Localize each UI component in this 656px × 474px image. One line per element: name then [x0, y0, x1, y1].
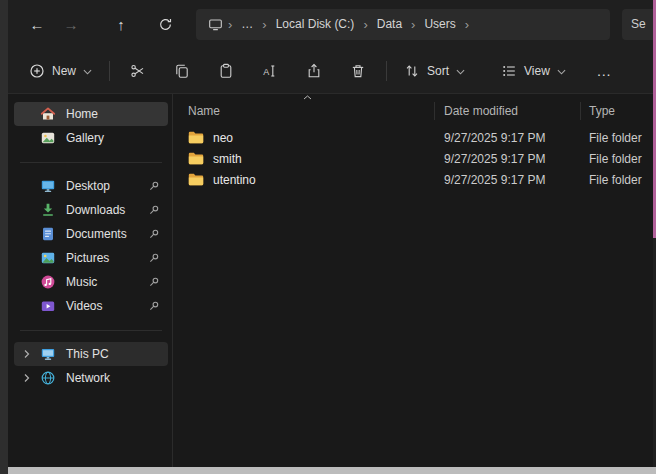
toolbar-separator: [109, 61, 110, 81]
breadcrumb-item-users[interactable]: Users: [417, 13, 462, 35]
search-input[interactable]: Se: [622, 9, 653, 40]
share-button[interactable]: [292, 54, 336, 87]
file-row[interactable]: neo 9/27/2025 9:17 PM File folder: [173, 127, 653, 148]
file-row[interactable]: smith 9/27/2025 9:17 PM File folder: [173, 148, 653, 169]
sidebar-item-label: Documents: [66, 227, 127, 241]
sidebar-item-label: Pictures: [66, 251, 109, 265]
file-rows: neo 9/27/2025 9:17 PM File folder smith …: [173, 127, 653, 190]
screen: ← → ↑ › … › Local Disk (C:) › Data › Use…: [0, 0, 656, 474]
pin-icon: [148, 300, 160, 312]
bottom-edge-strip: [8, 467, 656, 474]
chevron-right-icon[interactable]: [21, 372, 33, 384]
sidebar-item-this-pc[interactable]: This PC: [14, 342, 168, 366]
sort-button[interactable]: Sort: [393, 54, 476, 87]
file-list: Name Date modified Type neo 9/27/2025 9:…: [173, 94, 653, 467]
refresh-icon: [158, 17, 173, 32]
breadcrumb-chevron-icon: ›: [361, 17, 369, 32]
breadcrumb-overflow[interactable]: …: [234, 13, 260, 35]
file-date-cell: 9/27/2025 9:17 PM: [435, 173, 581, 187]
sidebar-separator: [12, 150, 170, 174]
sidebar-separator: [12, 318, 170, 342]
forward-button[interactable]: →: [54, 7, 88, 41]
file-type-cell: File folder: [581, 173, 653, 187]
desktop-icon: [40, 178, 56, 194]
file-explorer-window: ← → ↑ › … › Local Disk (C:) › Data › Use…: [8, 0, 653, 467]
sidebar: Home Gallery Desktop: [8, 94, 172, 467]
paste-button[interactable]: [204, 54, 248, 87]
downloads-icon: [40, 202, 56, 218]
sidebar-item-label: Videos: [66, 299, 102, 313]
folder-icon: [188, 173, 204, 186]
column-header-name[interactable]: Name: [173, 102, 435, 120]
music-icon: [40, 274, 56, 290]
pictures-icon: [40, 250, 56, 266]
view-button-label: View: [524, 64, 550, 78]
column-headers: Name Date modified Type: [173, 100, 653, 122]
sidebar-item-videos[interactable]: Videos: [14, 294, 168, 318]
file-type-cell: File folder: [581, 152, 653, 166]
breadcrumb-chevron-icon: ›: [409, 17, 417, 32]
file-row[interactable]: utentino 9/27/2025 9:17 PM File folder: [173, 169, 653, 190]
delete-button[interactable]: [336, 54, 380, 87]
view-icon: [501, 63, 517, 79]
breadcrumb-item-data[interactable]: Data: [370, 13, 409, 35]
back-button[interactable]: ←: [20, 7, 54, 41]
address-bar[interactable]: › … › Local Disk (C:) › Data › Users ›: [196, 9, 610, 40]
sidebar-item-pictures[interactable]: Pictures: [14, 246, 168, 270]
sidebar-item-gallery[interactable]: Gallery: [14, 126, 168, 150]
file-date-cell: 9/27/2025 9:17 PM: [435, 131, 581, 145]
sidebar-item-network[interactable]: Network: [14, 366, 168, 390]
breadcrumb-chevron-icon: ›: [463, 17, 471, 32]
sort-button-label: Sort: [427, 64, 449, 78]
pin-icon: [148, 252, 160, 264]
sidebar-item-downloads[interactable]: Downloads: [14, 198, 168, 222]
toolbar-separator: [386, 61, 387, 81]
copy-button[interactable]: [160, 54, 204, 87]
documents-icon: [40, 226, 56, 242]
svg-text:A: A: [263, 66, 269, 76]
sidebar-item-label: Music: [66, 275, 97, 289]
window-body: Home Gallery Desktop: [8, 94, 653, 467]
delete-icon: [350, 63, 366, 79]
sidebar-item-label: Downloads: [66, 203, 125, 217]
pin-icon: [148, 228, 160, 240]
file-name: utentino: [213, 173, 256, 187]
view-button[interactable]: View: [490, 54, 577, 87]
breadcrumb-chevron-icon: ›: [260, 17, 268, 32]
rename-icon: A: [262, 63, 278, 79]
file-name: smith: [213, 152, 242, 166]
file-name: neo: [213, 131, 233, 145]
file-date-cell: 9/27/2025 9:17 PM: [435, 152, 581, 166]
gallery-icon: [40, 130, 56, 146]
up-button[interactable]: ↑: [104, 7, 138, 41]
file-type-cell: File folder: [581, 131, 653, 145]
sidebar-item-label: This PC: [66, 347, 109, 361]
sidebar-item-desktop[interactable]: Desktop: [14, 174, 168, 198]
chevron-down-icon: [557, 69, 566, 75]
refresh-button[interactable]: [148, 7, 182, 41]
chevron-right-icon[interactable]: [21, 348, 33, 360]
column-header-date-modified[interactable]: Date modified: [435, 102, 581, 120]
rename-button[interactable]: A: [248, 54, 292, 87]
home-icon: [40, 106, 56, 122]
sidebar-item-music[interactable]: Music: [14, 270, 168, 294]
sort-icon: [404, 63, 420, 79]
column-header-type[interactable]: Type: [581, 102, 653, 120]
sidebar-item-home[interactable]: Home: [14, 102, 168, 126]
more-options-button[interactable]: …: [585, 54, 623, 87]
sidebar-item-documents[interactable]: Documents: [14, 222, 168, 246]
new-button[interactable]: New: [18, 54, 103, 87]
pin-icon: [148, 204, 160, 216]
new-button-label: New: [52, 64, 76, 78]
copy-icon: [174, 63, 190, 79]
paste-icon: [218, 63, 234, 79]
chevron-down-icon: [83, 69, 92, 75]
folder-icon: [188, 131, 204, 144]
cut-button[interactable]: [116, 54, 160, 87]
file-name-cell: smith: [173, 152, 435, 166]
chevron-down-icon: [456, 69, 465, 75]
breadcrumb-item-local-disk-c[interactable]: Local Disk (C:): [269, 13, 362, 35]
folder-icon: [188, 152, 204, 165]
file-name-cell: neo: [173, 131, 435, 145]
share-icon: [306, 63, 322, 79]
